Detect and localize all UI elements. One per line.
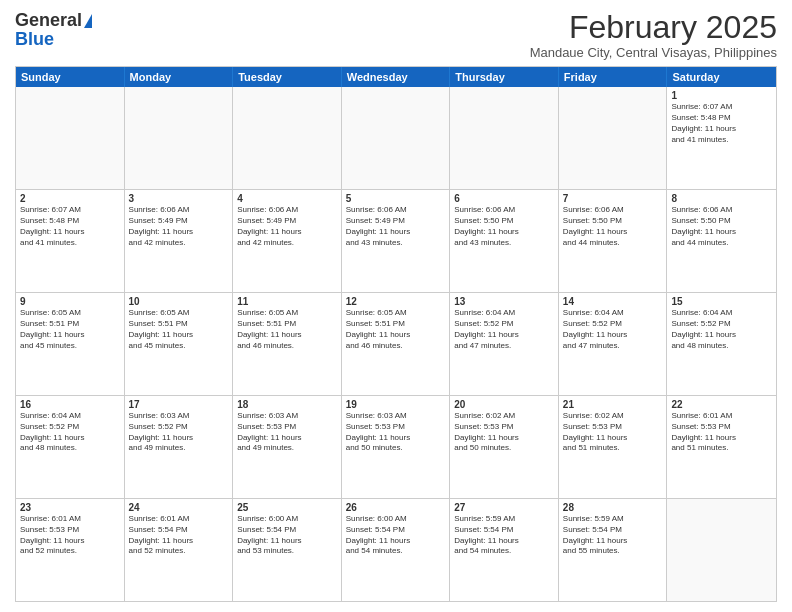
- calendar-week-3: 9Sunrise: 6:05 AM Sunset: 5:51 PM Daylig…: [16, 293, 776, 396]
- day-info: Sunrise: 6:01 AM Sunset: 5:54 PM Dayligh…: [129, 514, 229, 557]
- calendar-day-22: 22Sunrise: 6:01 AM Sunset: 5:53 PM Dayli…: [667, 396, 776, 498]
- day-info: Sunrise: 6:07 AM Sunset: 5:48 PM Dayligh…: [20, 205, 120, 248]
- calendar-day-18: 18Sunrise: 6:03 AM Sunset: 5:53 PM Dayli…: [233, 396, 342, 498]
- weekday-header-thursday: Thursday: [450, 67, 559, 87]
- day-number: 1: [671, 90, 772, 101]
- calendar-day-16: 16Sunrise: 6:04 AM Sunset: 5:52 PM Dayli…: [16, 396, 125, 498]
- day-info: Sunrise: 6:06 AM Sunset: 5:50 PM Dayligh…: [454, 205, 554, 248]
- calendar-day-6: 6Sunrise: 6:06 AM Sunset: 5:50 PM Daylig…: [450, 190, 559, 292]
- day-info: Sunrise: 6:06 AM Sunset: 5:49 PM Dayligh…: [346, 205, 446, 248]
- calendar-day-8: 8Sunrise: 6:06 AM Sunset: 5:50 PM Daylig…: [667, 190, 776, 292]
- calendar-day-24: 24Sunrise: 6:01 AM Sunset: 5:54 PM Dayli…: [125, 499, 234, 601]
- weekday-header-friday: Friday: [559, 67, 668, 87]
- weekday-header-saturday: Saturday: [667, 67, 776, 87]
- day-number: 28: [563, 502, 663, 513]
- day-info: Sunrise: 6:03 AM Sunset: 5:53 PM Dayligh…: [237, 411, 337, 454]
- calendar-day-12: 12Sunrise: 6:05 AM Sunset: 5:51 PM Dayli…: [342, 293, 451, 395]
- day-info: Sunrise: 6:04 AM Sunset: 5:52 PM Dayligh…: [20, 411, 120, 454]
- calendar-day-23: 23Sunrise: 6:01 AM Sunset: 5:53 PM Dayli…: [16, 499, 125, 601]
- day-number: 10: [129, 296, 229, 307]
- calendar-day-20: 20Sunrise: 6:02 AM Sunset: 5:53 PM Dayli…: [450, 396, 559, 498]
- logo-general-text: General: [15, 10, 82, 31]
- title-area: February 2025 Mandaue City, Central Visa…: [530, 10, 777, 60]
- calendar-empty-cell: [667, 499, 776, 601]
- calendar-empty-cell: [342, 87, 451, 189]
- day-number: 24: [129, 502, 229, 513]
- day-info: Sunrise: 6:06 AM Sunset: 5:49 PM Dayligh…: [237, 205, 337, 248]
- day-info: Sunrise: 6:07 AM Sunset: 5:48 PM Dayligh…: [671, 102, 772, 145]
- day-number: 9: [20, 296, 120, 307]
- calendar-day-4: 4Sunrise: 6:06 AM Sunset: 5:49 PM Daylig…: [233, 190, 342, 292]
- day-info: Sunrise: 6:04 AM Sunset: 5:52 PM Dayligh…: [563, 308, 663, 351]
- day-number: 17: [129, 399, 229, 410]
- page: General Blue February 2025 Mandaue City,…: [0, 0, 792, 612]
- calendar-day-25: 25Sunrise: 6:00 AM Sunset: 5:54 PM Dayli…: [233, 499, 342, 601]
- day-number: 12: [346, 296, 446, 307]
- day-number: 13: [454, 296, 554, 307]
- day-number: 3: [129, 193, 229, 204]
- day-info: Sunrise: 6:06 AM Sunset: 5:49 PM Dayligh…: [129, 205, 229, 248]
- day-info: Sunrise: 6:04 AM Sunset: 5:52 PM Dayligh…: [454, 308, 554, 351]
- header: General Blue February 2025 Mandaue City,…: [15, 10, 777, 60]
- day-number: 22: [671, 399, 772, 410]
- calendar-day-13: 13Sunrise: 6:04 AM Sunset: 5:52 PM Dayli…: [450, 293, 559, 395]
- logo: General Blue: [15, 10, 92, 50]
- day-info: Sunrise: 6:02 AM Sunset: 5:53 PM Dayligh…: [563, 411, 663, 454]
- calendar-day-7: 7Sunrise: 6:06 AM Sunset: 5:50 PM Daylig…: [559, 190, 668, 292]
- calendar-day-14: 14Sunrise: 6:04 AM Sunset: 5:52 PM Dayli…: [559, 293, 668, 395]
- day-info: Sunrise: 6:04 AM Sunset: 5:52 PM Dayligh…: [671, 308, 772, 351]
- day-number: 19: [346, 399, 446, 410]
- calendar-day-3: 3Sunrise: 6:06 AM Sunset: 5:49 PM Daylig…: [125, 190, 234, 292]
- day-number: 6: [454, 193, 554, 204]
- day-info: Sunrise: 6:05 AM Sunset: 5:51 PM Dayligh…: [20, 308, 120, 351]
- day-info: Sunrise: 6:00 AM Sunset: 5:54 PM Dayligh…: [237, 514, 337, 557]
- month-title: February 2025: [530, 10, 777, 45]
- calendar-week-2: 2Sunrise: 6:07 AM Sunset: 5:48 PM Daylig…: [16, 190, 776, 293]
- calendar-day-9: 9Sunrise: 6:05 AM Sunset: 5:51 PM Daylig…: [16, 293, 125, 395]
- calendar-day-26: 26Sunrise: 6:00 AM Sunset: 5:54 PM Dayli…: [342, 499, 451, 601]
- weekday-header-tuesday: Tuesday: [233, 67, 342, 87]
- day-number: 27: [454, 502, 554, 513]
- day-number: 20: [454, 399, 554, 410]
- calendar-empty-cell: [16, 87, 125, 189]
- day-info: Sunrise: 6:05 AM Sunset: 5:51 PM Dayligh…: [346, 308, 446, 351]
- calendar-day-19: 19Sunrise: 6:03 AM Sunset: 5:53 PM Dayli…: [342, 396, 451, 498]
- calendar-week-1: 1Sunrise: 6:07 AM Sunset: 5:48 PM Daylig…: [16, 87, 776, 190]
- calendar-empty-cell: [559, 87, 668, 189]
- day-number: 16: [20, 399, 120, 410]
- day-number: 18: [237, 399, 337, 410]
- day-number: 7: [563, 193, 663, 204]
- calendar: SundayMondayTuesdayWednesdayThursdayFrid…: [15, 66, 777, 602]
- calendar-day-11: 11Sunrise: 6:05 AM Sunset: 5:51 PM Dayli…: [233, 293, 342, 395]
- calendar-empty-cell: [450, 87, 559, 189]
- calendar-week-4: 16Sunrise: 6:04 AM Sunset: 5:52 PM Dayli…: [16, 396, 776, 499]
- calendar-week-5: 23Sunrise: 6:01 AM Sunset: 5:53 PM Dayli…: [16, 499, 776, 601]
- calendar-body: 1Sunrise: 6:07 AM Sunset: 5:48 PM Daylig…: [16, 87, 776, 601]
- day-number: 23: [20, 502, 120, 513]
- day-info: Sunrise: 5:59 AM Sunset: 5:54 PM Dayligh…: [454, 514, 554, 557]
- day-number: 8: [671, 193, 772, 204]
- day-info: Sunrise: 6:01 AM Sunset: 5:53 PM Dayligh…: [20, 514, 120, 557]
- calendar-empty-cell: [125, 87, 234, 189]
- day-info: Sunrise: 6:00 AM Sunset: 5:54 PM Dayligh…: [346, 514, 446, 557]
- day-info: Sunrise: 6:05 AM Sunset: 5:51 PM Dayligh…: [129, 308, 229, 351]
- day-info: Sunrise: 6:03 AM Sunset: 5:52 PM Dayligh…: [129, 411, 229, 454]
- calendar-day-10: 10Sunrise: 6:05 AM Sunset: 5:51 PM Dayli…: [125, 293, 234, 395]
- calendar-day-27: 27Sunrise: 5:59 AM Sunset: 5:54 PM Dayli…: [450, 499, 559, 601]
- day-info: Sunrise: 6:06 AM Sunset: 5:50 PM Dayligh…: [563, 205, 663, 248]
- day-number: 25: [237, 502, 337, 513]
- calendar-day-5: 5Sunrise: 6:06 AM Sunset: 5:49 PM Daylig…: [342, 190, 451, 292]
- weekday-header-wednesday: Wednesday: [342, 67, 451, 87]
- day-number: 2: [20, 193, 120, 204]
- weekday-header-monday: Monday: [125, 67, 234, 87]
- calendar-header: SundayMondayTuesdayWednesdayThursdayFrid…: [16, 67, 776, 87]
- day-info: Sunrise: 6:02 AM Sunset: 5:53 PM Dayligh…: [454, 411, 554, 454]
- calendar-day-1: 1Sunrise: 6:07 AM Sunset: 5:48 PM Daylig…: [667, 87, 776, 189]
- calendar-day-17: 17Sunrise: 6:03 AM Sunset: 5:52 PM Dayli…: [125, 396, 234, 498]
- logo-blue-text: Blue: [15, 29, 54, 50]
- day-info: Sunrise: 6:03 AM Sunset: 5:53 PM Dayligh…: [346, 411, 446, 454]
- day-number: 5: [346, 193, 446, 204]
- calendar-empty-cell: [233, 87, 342, 189]
- calendar-day-28: 28Sunrise: 5:59 AM Sunset: 5:54 PM Dayli…: [559, 499, 668, 601]
- day-info: Sunrise: 6:01 AM Sunset: 5:53 PM Dayligh…: [671, 411, 772, 454]
